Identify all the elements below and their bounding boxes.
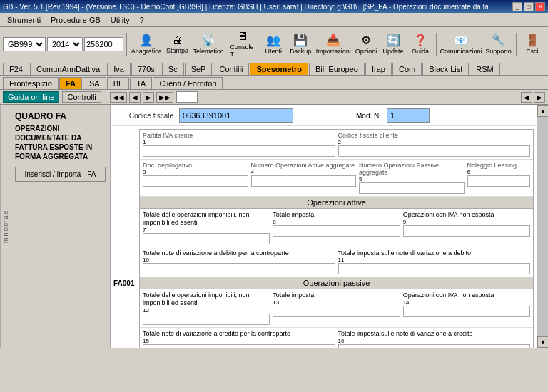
tab-bl[interactable]: BL — [107, 77, 129, 89]
tot-imposta-note-passive-input[interactable] — [338, 344, 531, 348]
op-iva-non-esposta-passive-input[interactable] — [403, 306, 530, 317]
note-variazione-debito-field: Totale note di variazione a debito per l… — [143, 249, 335, 275]
cf-cliente-num: 2 — [338, 139, 531, 145]
tab-bil-europeo[interactable]: Bil_Europeo — [309, 63, 365, 75]
code-input[interactable] — [84, 37, 123, 51]
tab-irap[interactable]: Irap — [365, 63, 392, 75]
tab-com[interactable]: Com — [392, 63, 422, 75]
tot-imposta-attive-input[interactable] — [273, 225, 400, 237]
tab-contilli[interactable]: Contilli — [213, 63, 249, 75]
separator-2 — [436, 33, 437, 56]
num-op-attive-num: 4 — [251, 169, 357, 175]
tot-imponibili-input[interactable] — [143, 233, 270, 244]
tab-ta[interactable]: TA — [130, 77, 152, 89]
noleggio-input[interactable] — [467, 175, 531, 187]
tab-f24[interactable]: F24 — [3, 63, 29, 75]
tab-sep[interactable]: SeP — [185, 63, 213, 75]
tab-blacklist[interactable]: Black List — [422, 63, 469, 75]
doc-input[interactable] — [143, 175, 248, 187]
guida-online-btn[interactable]: Guida on-line — [3, 91, 59, 103]
num-op-attive-input[interactable] — [251, 175, 357, 187]
telematico-btn[interactable]: 📡 Telematico — [192, 32, 225, 56]
cf-cliente-input[interactable] — [338, 145, 531, 157]
guida-btn[interactable]: ❓ Guida — [407, 32, 433, 56]
separator-3 — [516, 33, 517, 56]
update-btn[interactable]: 🔄 Update — [380, 32, 406, 56]
note-variazione-credito-input[interactable] — [143, 344, 335, 348]
noleggio-num: 6 — [467, 169, 531, 175]
tot-imposta-attive-field: Totale imposta 8 — [273, 211, 400, 244]
year-selector[interactable]: 2014 — [47, 37, 83, 51]
tot-imponibili-passive-input[interactable] — [143, 314, 270, 325]
tab-iva[interactable]: Iva — [107, 63, 131, 75]
separator-1 — [126, 33, 127, 56]
doc-row: Doc. riepilogativo 3 Numero Operazioni A… — [140, 160, 533, 197]
utenti-btn[interactable]: 👥 Utenti — [260, 32, 286, 56]
comunicazioni-btn[interactable]: 📧 Comunicazioni — [440, 32, 482, 56]
tab-spesometro[interactable]: Spesometro — [250, 63, 308, 75]
controlli-btn[interactable]: Controlli — [62, 91, 101, 103]
doc-field: Doc. riepilogativo 3 — [143, 162, 248, 194]
op-iva-non-esposta-passive-field: Operazioni con IVA non esposta 14 — [403, 292, 530, 325]
import-btn[interactable]: Inserisci / Importa - FA — [15, 167, 106, 182]
scroll-left-btn[interactable]: ◀ — [521, 92, 532, 103]
partita-iva-label: Partita IVA cliente — [143, 132, 335, 139]
supporto-btn[interactable]: 🔧 Supporto — [484, 32, 513, 56]
tab-sc[interactable]: Sc — [162, 63, 184, 75]
backup-icon: 💾 — [293, 33, 308, 47]
gb-selector[interactable]: GB999 — [3, 37, 46, 51]
anagrafica-btn[interactable]: 👤 Anagrafica — [130, 32, 163, 56]
tab-fa[interactable]: FA — [59, 77, 82, 89]
menu-strumenti[interactable]: Strumenti — [3, 15, 45, 25]
scroll-down-btn[interactable]: ▼ — [537, 336, 548, 348]
codice-fiscale-input[interactable] — [179, 108, 293, 123]
nav-prev-btn[interactable]: ◀ — [129, 92, 141, 103]
fa001-container: FA001 Partita IVA cliente 1 Codice fisca… — [111, 126, 537, 348]
menu-help[interactable]: ? — [136, 15, 148, 25]
tab-rsm[interactable]: RSM — [470, 63, 499, 75]
nav-last-btn[interactable]: ▶▶ — [156, 92, 173, 103]
scroll-up-btn[interactable]: ▲ — [537, 105, 548, 117]
op-iva-non-esposta-attive-label: Operazioni con IVA non esposta — [403, 211, 530, 219]
note-variazione-debito-input[interactable] — [143, 263, 335, 274]
consolet-btn[interactable]: 🖥 Console T. — [226, 29, 259, 59]
num-op-passive-input[interactable] — [359, 182, 465, 194]
fa001-label: FA001 — [113, 279, 134, 287]
tot-imposta-note-num: 11 — [338, 257, 531, 263]
page-number-input[interactable]: 1 — [176, 91, 198, 103]
partita-iva-input[interactable] — [143, 145, 335, 157]
tot-imponibili-num: 7 — [143, 227, 270, 233]
consolet-icon: 🖥 — [237, 30, 248, 43]
nav-next-btn[interactable]: ▶ — [143, 92, 154, 103]
opzioni-btn[interactable]: ⚙ Opzioni — [353, 32, 379, 56]
close-btn[interactable]: ✕ — [535, 2, 545, 11]
importazioni-btn[interactable]: 📥 Importazioni — [315, 32, 352, 56]
tot-imponibili-label: Totale delle operazioni imponibili, non … — [143, 211, 270, 227]
main-area: ministeriale QUADRO FA OPERAZIONI DOCUME… — [0, 105, 548, 348]
scroll-track — [537, 117, 548, 336]
tab-770s[interactable]: 770s — [131, 63, 161, 75]
esci-btn[interactable]: 🚪 Esci — [519, 32, 545, 56]
tot-imposta-passive-input[interactable] — [273, 306, 400, 317]
tab-frontespizio[interactable]: Frontespizio — [3, 77, 59, 89]
title-text: GB - Ver. 5.1 [Rev.1994] - (Versione TSC… — [3, 3, 488, 11]
stampa-btn[interactable]: 🖨 Stampa — [164, 32, 190, 56]
importazioni-icon: 📥 — [326, 33, 340, 47]
tab-comunann[interactable]: ComunAnnDattiva — [30, 63, 106, 75]
op-iva-non-esposta-attive-input[interactable] — [403, 225, 530, 237]
mod-number-input[interactable] — [387, 108, 430, 123]
backup-btn[interactable]: 💾 Backup — [288, 32, 313, 56]
menu-procedure[interactable]: Procedure GB — [46, 15, 105, 25]
tab-clienti-fornitori[interactable]: Clienti / Fornitori — [153, 77, 223, 89]
scroll-right-btn[interactable]: ▶ — [534, 92, 545, 103]
tab-sa[interactable]: SA — [83, 77, 106, 89]
window-controls: _ □ ✕ — [512, 2, 545, 11]
nav-bar: Guida on-line Controlli ◀◀ ◀ ▶ ▶▶ 1 ◀ ▶ — [0, 90, 548, 105]
maximize-btn[interactable]: □ — [524, 2, 534, 11]
tot-imposta-note-label: Totale imposta sulle note di variazione … — [338, 249, 531, 257]
menu-utility[interactable]: Utility — [106, 15, 134, 25]
nav-first-btn[interactable]: ◀◀ — [110, 92, 127, 103]
minimize-btn[interactable]: _ — [512, 2, 522, 11]
tot-imposta-note-input[interactable] — [338, 263, 531, 274]
codice-fiscale-cliente-field: Codice fiscale cliente 2 — [338, 132, 531, 157]
